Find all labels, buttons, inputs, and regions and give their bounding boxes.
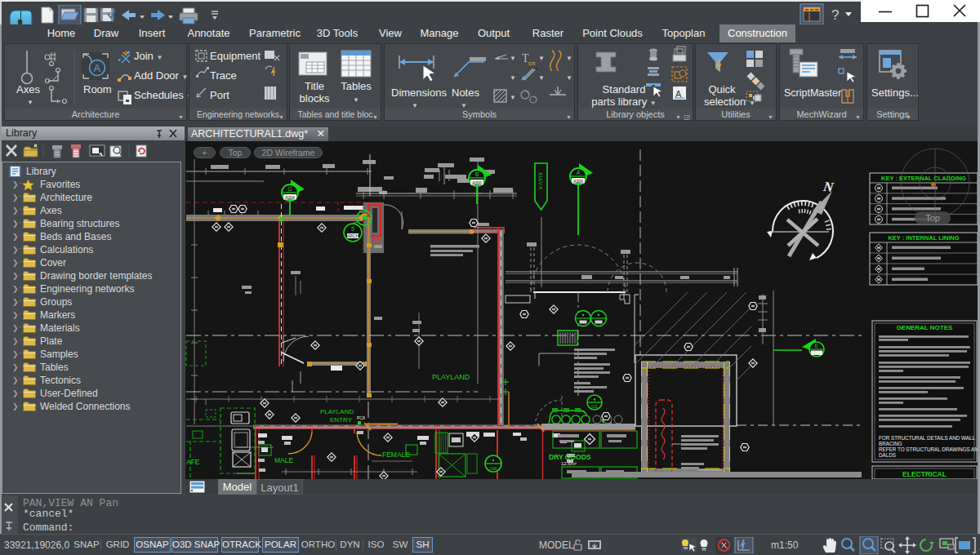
svg-text:MALE: MALE: [274, 456, 293, 464]
svg-text:A304: A304: [285, 195, 295, 200]
svg-text:N: N: [822, 179, 835, 196]
svg-text:B: B: [475, 171, 479, 177]
svg-text:A: A: [94, 62, 101, 74]
svg-text:G: G: [287, 186, 292, 192]
svg-text:AFE: AFE: [186, 458, 200, 466]
svg-text:GENERAL NOTES: GENERAL NOTES: [897, 324, 953, 331]
svg-text:Top: Top: [925, 213, 940, 223]
svg-text:PC8: PC8: [357, 415, 365, 420]
svg-text:BRACING: BRACING: [879, 441, 902, 446]
svg-text:ARCH: ARCH: [347, 233, 359, 238]
svg-text:E: E: [815, 343, 819, 349]
svg-text:A: A: [675, 89, 682, 99]
svg-text:ELECTRICAL: ELECTRICAL: [902, 470, 947, 478]
svg-text:GM: GM: [490, 466, 497, 471]
svg-text:FOR STRUCTURAL DETAILS AND WAL: FOR STRUCTURAL DETAILS AND WALL: [879, 435, 976, 441]
svg-text:DALDS: DALDS: [879, 452, 896, 458]
svg-text:cn: cn: [528, 60, 535, 67]
svg-text:DRY GOODS: DRY GOODS: [549, 453, 591, 461]
svg-text:FEMALE: FEMALE: [382, 451, 410, 459]
svg-text:GS: GS: [591, 404, 598, 409]
svg-text:12.6m²: 12.6m²: [561, 461, 577, 466]
svg-text:ELEV A: ELEV A: [538, 173, 543, 190]
svg-text:PLAYLAND: PLAYLAND: [432, 373, 470, 381]
svg-text:A300: A300: [472, 180, 482, 185]
svg-text:?: ?: [831, 7, 839, 23]
svg-text:ENTRY: ENTRY: [330, 416, 353, 424]
svg-text:KEY : INTERNAL LINING: KEY : INTERNAL LINING: [888, 234, 959, 242]
svg-text:A300: A300: [573, 179, 583, 184]
svg-text:PLAYLAND: PLAYLAND: [320, 408, 354, 415]
svg-text:REFER TO STRUCTURAL DRAWINGS A: REFER TO STRUCTURAL DRAWINGS AND: [879, 446, 980, 452]
svg-text:KEY : EXTERNAL CLADDING: KEY : EXTERNAL CLADDING: [881, 175, 966, 182]
svg-text:A: A: [577, 170, 581, 175]
svg-text:5: 5: [351, 226, 354, 232]
